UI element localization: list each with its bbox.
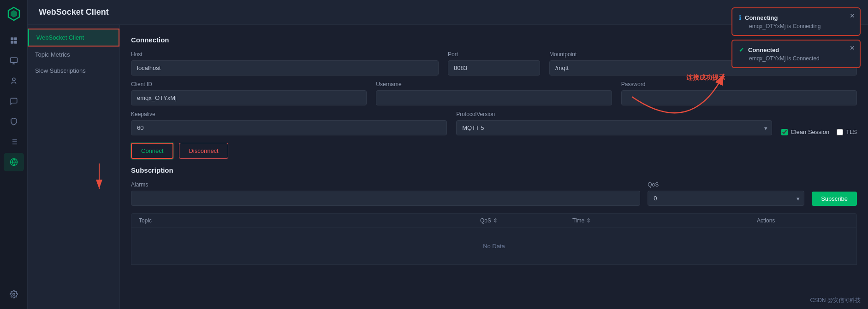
sub-nav: WebSocket Client Topic Metrics Slow Subs… bbox=[28, 25, 120, 309]
options-group: Clean Session TLS bbox=[781, 116, 857, 135]
sidebar-item-clients[interactable] bbox=[4, 72, 24, 90]
col-actions: Actions bbox=[757, 217, 849, 224]
svg-marker-1 bbox=[11, 10, 17, 17]
notifications-panel: ✕ ℹ Connecting emqx_OTYxMj is Connecting… bbox=[731, 7, 861, 68]
keepalive-label: Keepalive bbox=[131, 111, 447, 117]
qos-select[interactable]: 0 1 2 bbox=[648, 191, 804, 206]
form-row-2: Client ID Username Password bbox=[131, 81, 857, 105]
username-input[interactable] bbox=[376, 90, 612, 105]
sub-nav-item-slow-subs[interactable]: Slow Subscriptions bbox=[28, 63, 119, 79]
protocol-select-wrapper: MQTT 5 MQTT 3.1.1 MQTT 3.1 bbox=[456, 120, 772, 135]
protocol-group: ProtocolVersion MQTT 5 MQTT 3.1.1 MQTT 3… bbox=[456, 111, 772, 135]
notif-connected-body: emqx_OTYxMj is Connected bbox=[739, 55, 843, 62]
subscription-section: Subscription Alarms QoS 0 1 2 bbox=[131, 166, 857, 265]
subscription-form: Alarms QoS 0 1 2 bbox=[131, 181, 857, 206]
annotation-text: 连接成功提示 bbox=[686, 74, 725, 82]
port-input[interactable] bbox=[448, 60, 540, 76]
watermark: CSDN @安信可科技 bbox=[810, 297, 861, 304]
clean-session-label: Clean Session bbox=[791, 128, 829, 135]
clientid-label: Client ID bbox=[131, 81, 367, 87]
topic-group: Alarms bbox=[131, 181, 640, 206]
svg-point-9 bbox=[12, 78, 15, 81]
password-group: Password bbox=[621, 81, 857, 105]
sidebar-item-rules2[interactable] bbox=[4, 133, 24, 151]
topic-label: Alarms bbox=[131, 181, 640, 188]
form-row-3: Keepalive ProtocolVersion MQTT 5 MQTT 3.… bbox=[131, 111, 857, 135]
notification-connected: ✕ ✔ Connected emqx_OTYxMj is Connected bbox=[731, 40, 861, 68]
port-group: Port bbox=[448, 51, 540, 76]
host-label: Host bbox=[131, 51, 439, 58]
notif-connecting-title: Connecting bbox=[745, 14, 778, 21]
qos-label: QoS bbox=[648, 181, 804, 188]
no-data-message: No Data bbox=[131, 228, 857, 265]
svg-rect-6 bbox=[10, 58, 17, 63]
qos-select-wrapper: 0 1 2 bbox=[648, 191, 804, 206]
password-label: Password bbox=[621, 81, 857, 87]
subscribe-btn-wrapper: Subscribe bbox=[812, 192, 857, 206]
sidebar-item-subscriptions[interactable] bbox=[4, 92, 24, 111]
notif-connecting-body: emqx_OTYxMj is Connecting bbox=[739, 23, 843, 29]
sidebar-item-websocket[interactable] bbox=[4, 153, 24, 171]
sidebar-item-monitor[interactable] bbox=[4, 52, 24, 70]
protocol-select[interactable]: MQTT 5 MQTT 3.1.1 MQTT 3.1 bbox=[456, 120, 772, 135]
username-group: Username bbox=[376, 81, 612, 105]
notif-connected-title: Connected bbox=[748, 47, 779, 53]
keepalive-input[interactable] bbox=[131, 120, 447, 135]
subscription-table-header: Topic QoS ⇕ Time ⇕ Actions bbox=[131, 213, 857, 228]
notif-header-1: ℹ Connecting bbox=[739, 14, 843, 21]
page-title: WebSocket Client bbox=[39, 7, 109, 17]
sidebar bbox=[0, 0, 28, 309]
protocol-label: ProtocolVersion bbox=[456, 111, 772, 117]
port-label: Port bbox=[448, 51, 540, 58]
tls-label: TLS bbox=[846, 128, 857, 135]
connect-button[interactable]: Connect bbox=[131, 143, 173, 159]
username-label: Username bbox=[376, 81, 612, 87]
clean-session-checkbox[interactable]: Clean Session bbox=[781, 128, 829, 135]
info-icon: ℹ bbox=[739, 14, 741, 21]
disconnect-button[interactable]: Disconnect bbox=[179, 143, 228, 159]
svg-rect-5 bbox=[14, 41, 17, 44]
clientid-input[interactable] bbox=[131, 90, 367, 105]
svg-rect-3 bbox=[14, 37, 17, 40]
subscription-title: Subscription bbox=[131, 166, 857, 174]
notification-connecting-close[interactable]: ✕ bbox=[850, 12, 855, 19]
subscribe-button[interactable]: Subscribe bbox=[812, 192, 857, 206]
password-input[interactable] bbox=[621, 90, 857, 105]
sidebar-item-dashboard[interactable] bbox=[4, 31, 24, 50]
svg-rect-2 bbox=[11, 37, 13, 40]
action-buttons: Connect Disconnect bbox=[131, 143, 857, 159]
host-group: Host bbox=[131, 51, 439, 76]
keepalive-group: Keepalive bbox=[131, 111, 447, 135]
tls-checkbox[interactable]: TLS bbox=[837, 128, 857, 135]
notif-header-2: ✔ Connected bbox=[739, 46, 843, 53]
sidebar-item-settings[interactable] bbox=[4, 285, 24, 303]
col-topic: Topic bbox=[139, 217, 480, 224]
col-time: Time ⇕ bbox=[572, 217, 757, 224]
clientid-group: Client ID bbox=[131, 81, 367, 105]
svg-point-18 bbox=[12, 293, 15, 296]
success-icon: ✔ bbox=[739, 46, 744, 53]
sub-nav-item-topic-metrics[interactable]: Topic Metrics bbox=[28, 47, 119, 63]
topic-input[interactable] bbox=[131, 191, 640, 206]
host-input[interactable] bbox=[131, 60, 439, 76]
notification-connected-close[interactable]: ✕ bbox=[850, 44, 855, 52]
sub-nav-item-ws-client[interactable]: WebSocket Client bbox=[28, 29, 119, 47]
col-qos: QoS ⇕ bbox=[480, 217, 572, 224]
qos-group: QoS 0 1 2 bbox=[648, 181, 804, 206]
svg-rect-4 bbox=[11, 41, 13, 44]
sidebar-logo bbox=[6, 6, 22, 22]
sidebar-item-rules[interactable] bbox=[4, 112, 24, 131]
notification-connecting: ✕ ℹ Connecting emqx_OTYxMj is Connecting bbox=[731, 7, 861, 36]
